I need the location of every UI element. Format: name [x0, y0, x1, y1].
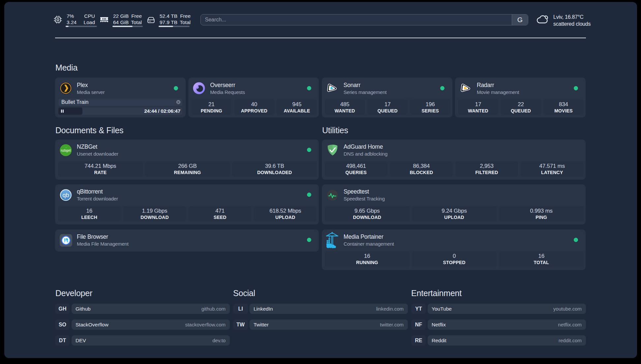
svg-text:nzbget: nzbget [61, 148, 71, 152]
svg-text:qb: qb [62, 192, 69, 198]
